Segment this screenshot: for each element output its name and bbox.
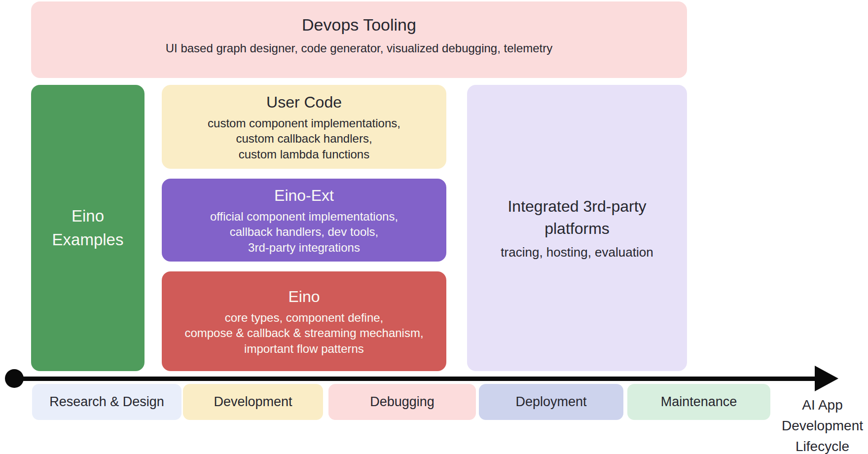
- user-code-box: User Code custom component implementatio…: [162, 85, 446, 169]
- phase-deployment-label: Deployment: [515, 394, 586, 410]
- integrated-platforms-body: tracing, hosting, evaluation: [501, 244, 653, 261]
- phase-development-label: Development: [214, 394, 292, 410]
- eino-core-box: Eino core types, component define, compo…: [162, 271, 446, 371]
- eino-ext-title: Eino-Ext: [274, 185, 334, 207]
- user-code-title: User Code: [266, 91, 342, 114]
- eino-examples-title: Eino Examples: [52, 204, 124, 252]
- integrated-platforms-box: Integrated 3rd-party platforms tracing, …: [467, 85, 687, 371]
- axis-caption: AI App Development Lifecycle: [777, 395, 868, 454]
- eino-core-title: Eino: [288, 286, 320, 308]
- phase-debugging: Debugging: [328, 384, 476, 420]
- devops-tooling-box: Devops Tooling UI based graph designer, …: [31, 1, 687, 78]
- phase-debugging-label: Debugging: [370, 394, 434, 410]
- devops-tooling-subtitle: UI based graph designer, code generator,…: [166, 40, 553, 56]
- eino-examples-box: Eino Examples: [31, 85, 145, 371]
- phase-development: Development: [183, 384, 323, 420]
- user-code-body: custom component implementations, custom…: [208, 115, 400, 163]
- phase-maintenance: Maintenance: [627, 384, 770, 420]
- axis-arrowhead-icon: [815, 366, 838, 391]
- integrated-platforms-title: Integrated 3rd-party platforms: [507, 195, 646, 240]
- phase-research-design-label: Research & Design: [49, 394, 164, 410]
- axis-line: [14, 377, 818, 381]
- eino-architecture-diagram: Devops Tooling UI based graph designer, …: [0, 0, 868, 454]
- phase-deployment: Deployment: [479, 384, 623, 420]
- eino-core-body: core types, component define, compose & …: [184, 310, 423, 357]
- phase-maintenance-label: Maintenance: [661, 394, 737, 410]
- eino-ext-body: official component implementations, call…: [210, 209, 398, 256]
- eino-ext-box: Eino-Ext official component implementati…: [162, 179, 446, 262]
- devops-tooling-title: Devops Tooling: [302, 13, 416, 37]
- phase-research-design: Research & Design: [32, 384, 181, 420]
